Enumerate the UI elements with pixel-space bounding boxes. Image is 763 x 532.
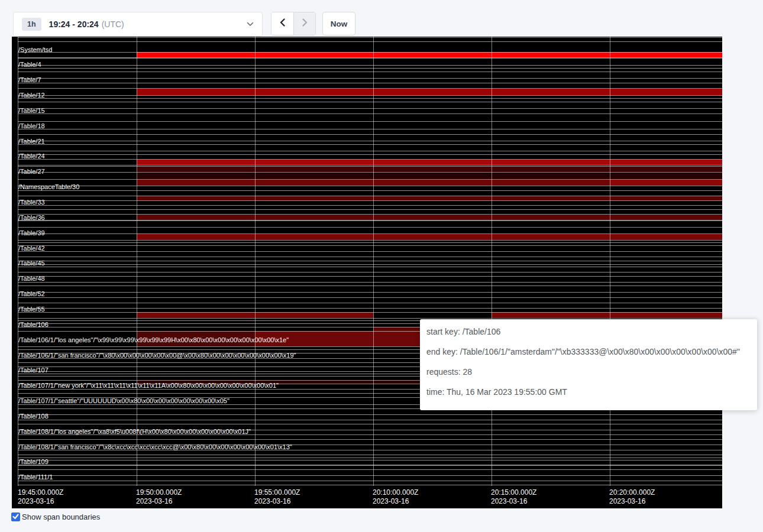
row-key-label: /Table/27 [18,168,45,176]
time-tick-label: 19:55:00.000Z2023-03-16 [254,488,300,506]
time-gridline [137,37,137,486]
checkmark-icon [12,512,20,523]
span-boundary-line [18,141,722,141]
row-key-label: /System/tsd [18,46,52,54]
time-tick-label: 20:15:00.000Z2023-03-16 [491,488,536,506]
tooltip-time: time: Thu, 16 Mar 2023 19:55:00 GMT [426,388,757,397]
chevron-right-icon [301,18,308,30]
chevron-down-icon [247,22,254,27]
row-key-label: /Table/106/1/"los angeles"/"\x99\x99\x99… [18,336,289,344]
row-key-label: /Table/55 [18,306,45,313]
span-boundary-line [18,172,722,173]
heat-band[interactable] [137,89,722,96]
row-key-label: /Table/4 [18,61,41,69]
span-boundary-line [18,52,722,53]
span-boundary-line [18,264,722,265]
row-key-label: /Table/42 [18,245,45,252]
time-tick-label: 20:10:00.000Z2023-03-16 [373,488,418,506]
time-nav-group [271,12,316,35]
time-range-select[interactable]: 1h 19:24 - 20:24 (UTC) [13,12,263,37]
span-boundary-line [18,469,722,470]
heat-band[interactable] [137,52,722,57]
span-boundary-line [18,458,722,458]
row-key-label: /Table/108 [18,413,49,420]
time-tick-label: 19:50:00.000Z2023-03-16 [136,488,182,506]
footer: Show span boundaries [11,512,100,521]
span-boundary-line [18,154,722,155]
time-gridline [373,37,374,486]
span-boundary-line [18,205,722,206]
tooltip-requests: requests: 28 [426,368,757,377]
time-tick-label: 19:45:00.000Z2023-03-16 [18,488,63,506]
span-boundary-line [18,83,722,83]
time-gridline [255,37,256,486]
heat-band[interactable] [492,312,722,318]
span-boundary-line [18,214,722,215]
span-boundary-line [18,151,722,151]
span-boundary-line [18,292,722,293]
row-key-label: /Table/107/1/"new york"/"\x11\x11\x11\x1… [18,382,279,390]
toolbar: 1h 19:24 - 20:24 (UTC) Now [0,0,763,37]
duration-badge: 1h [22,18,41,31]
span-boundary-line [18,240,722,241]
span-boundary-line [18,303,722,303]
span-boundary-line [18,245,722,246]
heat-band[interactable] [137,234,722,240]
span-boundary-line [18,98,722,99]
span-boundary-line [18,261,722,261]
span-boundary-line [18,460,722,460]
span-boundary-line [18,465,722,466]
span-boundary-line [18,190,722,191]
row-key-label: /Table/106 [18,321,49,329]
row-key-label: /Table/24 [18,153,45,160]
next-time-button[interactable] [293,12,315,35]
span-boundary-line [18,251,722,252]
tooltip-end-key: end key: /Table/106/1/"amsterdam"/"\xb33… [426,348,757,356]
span-boundary-line [18,267,722,267]
span-boundary-line [18,257,722,257]
heat-band[interactable] [137,173,722,179]
span-boundary-line [18,159,722,160]
span-boundary-line [18,108,722,109]
heat-band[interactable] [137,215,722,220]
row-key-label: /Table/15 [18,107,45,115]
row-key-label: /Table/52 [18,290,45,298]
span-tooltip: start key: /Table/106 end key: /Table/10… [420,319,757,410]
span-boundary-line [18,276,722,277]
span-boundary-line [18,420,722,420]
span-boundary-line [18,475,722,476]
time-tick-label: 20:20:00.000Z2023-03-16 [609,488,655,506]
show-span-boundaries-label: Show span boundaries [22,512,100,521]
span-boundary-line [18,144,722,145]
key-visualizer-page: 1h 19:24 - 20:24 (UTC) Now /System/tsd/T… [0,0,763,532]
span-boundary-line [18,129,722,129]
span-boundary-line [18,68,722,69]
span-boundary-line [18,121,722,122]
row-key-label: /Table/107 [18,366,49,374]
span-boundary-line [18,186,722,186]
span-boundary-line [18,200,722,201]
show-span-boundaries-checkbox[interactable] [11,512,20,521]
now-button[interactable]: Now [322,12,355,35]
heat-band[interactable] [137,196,722,200]
timezone-label: (UTC) [102,20,124,29]
row-key-label: /Table/12 [18,92,45,99]
span-boundary-line [18,242,722,243]
span-boundary-line [18,481,722,481]
span-boundary-line [18,102,722,102]
heat-band[interactable] [137,160,722,166]
span-boundary-line [18,88,722,89]
prev-time-button[interactable] [271,12,293,35]
span-boundary-line [18,72,722,72]
row-key-label: /Table/36 [18,214,45,222]
span-boundary-line [18,196,722,196]
heatmap-plot[interactable]: /System/tsd/Table/4/Table/7/Table/12/Tab… [12,37,722,486]
heat-band[interactable] [137,166,722,172]
span-boundary-line [18,113,722,114]
span-boundary-line [18,297,722,298]
heat-band[interactable] [610,180,722,186]
row-key-label: /NamespaceTable/30 [18,183,79,191]
row-key-label: /Table/107/1/"seattle"/"UUUUUUD\x00\x80\… [18,397,229,405]
span-boundary-line [18,312,722,313]
span-boundary-line [18,455,722,455]
